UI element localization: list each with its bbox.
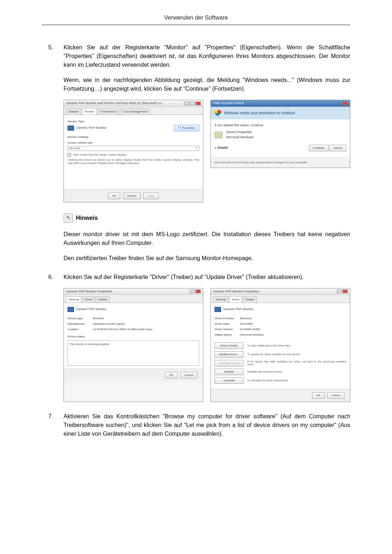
uac-program-name: Device Properties xyxy=(226,130,254,135)
help-icon[interactable] xyxy=(190,290,195,293)
tab-general[interactable]: General xyxy=(66,296,81,303)
roll-back-driver-button[interactable]: Roll Back Driver xyxy=(215,360,244,366)
cancel-button[interactable]: Cancel xyxy=(329,145,346,151)
monitor-properties-dialog: Generic PnP Monitor and NVIDIA GeForce 6… xyxy=(64,100,203,202)
continue-button[interactable]: Continue xyxy=(309,145,328,151)
uac-program-vendor: Microsoft Windows xyxy=(226,135,254,140)
ok-button[interactable]: OK xyxy=(165,372,177,378)
monitor-icon xyxy=(68,126,74,131)
step-7: 7. Aktivieren Sie das Kontrollkästchen "… xyxy=(64,412,350,438)
uac-dialog: User Account Control Windows needs your … xyxy=(211,100,350,168)
uninstall-desc: To uninstall the driver (Advanced). xyxy=(247,379,346,382)
tab-troubleshoot[interactable]: Troubleshoot xyxy=(98,108,119,115)
digital-signer-label: Digital Signer: xyxy=(215,333,240,337)
uninstall-button[interactable]: Uninstall xyxy=(215,377,244,384)
close-icon[interactable] xyxy=(196,102,201,105)
page-header: Verwenden der Software xyxy=(42,15,350,25)
note-icon: ✎ xyxy=(64,213,73,223)
close-icon[interactable] xyxy=(343,102,348,105)
location-label: Location: xyxy=(68,327,93,332)
device-status-label: Device status xyxy=(68,335,199,339)
chevron-down-icon[interactable]: ▾ xyxy=(215,146,216,150)
cancel-button[interactable]: Cancel xyxy=(180,372,197,378)
driver-details-button[interactable]: Driver Details xyxy=(215,342,244,349)
refresh-rate-select[interactable]: 60 Hertz▾ xyxy=(68,146,199,151)
uac-started-text: If you started this action, continue. xyxy=(215,123,346,128)
uac-headline: Windows needs your permission to continu… xyxy=(224,110,296,116)
driver-details-desc: To view details about the driver files. xyxy=(247,344,346,347)
driver-date-label: Driver Date: xyxy=(215,322,240,326)
driver-provider-label: Driver Provider: xyxy=(215,316,240,321)
tab-monitor[interactable]: Monitor xyxy=(82,108,97,115)
tab-general[interactable]: General xyxy=(213,296,228,303)
note-p2: Den zertifizierten Treiber finden Sie au… xyxy=(64,254,350,263)
tab-details[interactable]: Details xyxy=(96,296,110,303)
uac-details-toggle[interactable]: Details xyxy=(217,145,228,151)
monitor-icon xyxy=(68,307,74,312)
roll-back-driver-desc: If the device fails after updating the d… xyxy=(247,360,346,366)
device-name: Generic PnP Monitor xyxy=(223,307,253,312)
driver-provider-value: Microsoft xyxy=(240,316,252,321)
minimize-icon[interactable] xyxy=(184,102,189,105)
step-5-number: 5. xyxy=(48,43,53,52)
close-icon[interactable] xyxy=(196,290,201,293)
hide-modes-desc: Clearing this check box allows you to se… xyxy=(68,158,199,165)
device-status-box: This device is working properly. xyxy=(68,340,199,366)
device-name: Generic PnP Monitor xyxy=(76,307,106,312)
maximize-icon[interactable] xyxy=(190,102,195,105)
update-driver-desc: To update the driver software for this d… xyxy=(247,353,346,356)
monitor-type-label: Monitor Type xyxy=(68,119,199,124)
properties-button[interactable]: 🛡 Properties xyxy=(174,125,199,131)
disable-button[interactable]: Disable xyxy=(215,369,244,375)
digital-signer-value: microsoft windows xyxy=(240,333,264,337)
device-type-value: Monitors xyxy=(93,316,104,321)
monitor-type-value: Generic PnP Monitor xyxy=(76,126,106,131)
ok-button[interactable]: OK xyxy=(108,193,121,199)
apply-button[interactable]: Apply xyxy=(143,193,159,199)
cancel-button[interactable]: Cancel xyxy=(123,193,140,199)
uac-footer: User Account Control helps stop unauthor… xyxy=(211,157,350,168)
hide-modes-label: Hide modes that this monitor cannot disp… xyxy=(73,153,126,156)
step-7-number: 7. xyxy=(48,412,53,421)
step-6-number: 6. xyxy=(48,273,53,282)
note-label: Hinweis xyxy=(76,214,98,222)
ok-button[interactable]: OK xyxy=(312,392,324,399)
help-icon[interactable] xyxy=(337,290,342,293)
device-type-label: Device type: xyxy=(68,316,93,321)
properties-driver-dialog: Generic PnP Monitor Properties General D… xyxy=(211,288,350,402)
disable-desc: Disables the selected device. xyxy=(247,370,346,373)
tab-driver[interactable]: Driver xyxy=(229,296,242,303)
prop-general-title: Generic PnP Monitor Properties xyxy=(66,289,112,294)
manufacturer-label: Manufacturer: xyxy=(68,322,93,326)
properties-general-dialog: Generic PnP Monitor Properties General D… xyxy=(64,288,203,402)
chevron-down-icon: ▾ xyxy=(196,146,197,150)
refresh-rate-label: Screen refresh rate: xyxy=(68,141,199,145)
prop-driver-title: Generic PnP Monitor Properties xyxy=(213,289,259,294)
shield-icon xyxy=(215,110,221,116)
step-7-p1: Aktivieren Sie das Kontrollkästchen "Bro… xyxy=(64,412,350,438)
manufacturer-value: (Standard monitor types) xyxy=(93,322,125,326)
monitor-settings-label: Monitor Settings xyxy=(68,135,199,139)
close-icon[interactable] xyxy=(343,290,348,293)
step-5-p2: Wenn, wie in der nachfolgenden Abbildung… xyxy=(64,76,350,93)
tab-details[interactable]: Details xyxy=(243,296,257,303)
program-icon xyxy=(215,132,222,138)
cancel-button[interactable]: Cancel xyxy=(327,392,344,399)
driver-version-value: 6.0.6000.16386 xyxy=(240,327,260,332)
monitor-dialog-title: Generic PnP Monitor and NVIDIA GeForce 6… xyxy=(66,101,164,106)
step-6: 6. Klicken Sie auf der Registerkarte "Dr… xyxy=(64,273,350,402)
driver-version-label: Driver Version: xyxy=(215,327,240,332)
location-value: on NVIDIA GeForce 6600 LE (Microsoft Cor… xyxy=(93,327,152,332)
note-p1: Dieser monitor driver ist mit dem MS-Log… xyxy=(64,230,350,247)
update-driver-button[interactable]: Update Driver... xyxy=(215,351,244,358)
tab-color-management[interactable]: Color Management xyxy=(120,108,150,115)
tab-driver[interactable]: Driver xyxy=(82,296,95,303)
step-5: 5. Klicken Sie auf der Registerkarte "Mo… xyxy=(64,43,350,263)
hide-modes-checkbox[interactable] xyxy=(68,153,71,157)
step-5-p1: Klicken Sie auf der Registerkarte "Monit… xyxy=(64,43,350,69)
driver-date-value: 6/21/2006 xyxy=(240,322,253,326)
step-6-p1: Klicken Sie auf der Registerkarte "Drive… xyxy=(64,273,350,282)
uac-title: User Account Control xyxy=(213,101,244,106)
tab-adapter[interactable]: Adapter xyxy=(66,108,81,115)
monitor-icon xyxy=(215,307,221,312)
